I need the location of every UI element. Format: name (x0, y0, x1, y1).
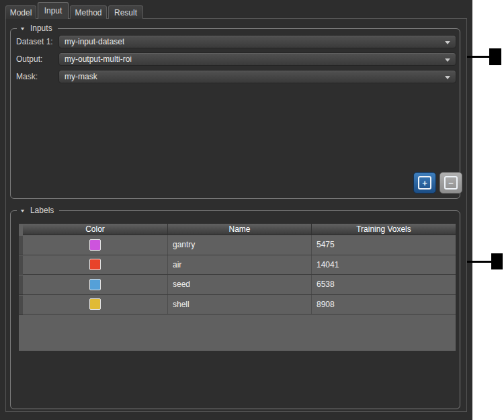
color-cell (23, 235, 168, 255)
tab-method[interactable]: Method (70, 5, 107, 19)
inputs-group-header[interactable]: ▼ Inputs (17, 24, 58, 34)
dataset1-value: my-input-dataset (65, 37, 124, 46)
color-swatch[interactable] (89, 298, 101, 310)
dropdown-arrow-icon (445, 41, 450, 44)
screenshot-canvas: Model Input Method Result ▼ Inputs Datas… (0, 0, 504, 420)
mask-label: Mask: (16, 70, 38, 83)
color-swatch[interactable] (89, 279, 101, 290)
dataset1-combobox[interactable]: my-input-dataset (58, 35, 456, 48)
voxels-cell: 6538 (312, 275, 456, 294)
inputs-groupbox: ▼ Inputs Dataset 1: my-input-dataset Out… (10, 28, 460, 199)
table-row[interactable]: shell 8908 (23, 295, 456, 315)
segmentation-panel: Model Input Method Result ▼ Inputs Datas… (0, 0, 472, 420)
voxels-cell: 14041 (312, 255, 456, 275)
remove-dataset-button[interactable]: − (439, 172, 462, 194)
mask-combobox[interactable]: my-mask (58, 70, 456, 83)
color-swatch[interactable] (89, 259, 101, 270)
callout-marker-2 (491, 253, 503, 269)
name-cell: gantry (168, 235, 312, 255)
boxed-minus-icon: − (444, 176, 458, 190)
tab-input[interactable]: Input (38, 2, 69, 19)
output-value: my-output-multi-roi (65, 54, 132, 64)
boxed-plus-icon: + (418, 176, 431, 190)
name-cell: air (168, 255, 312, 275)
labels-table: Color Name Training Voxels gantry 5475 (19, 224, 456, 351)
tab-result[interactable]: Result (108, 5, 143, 19)
tab-model[interactable]: Model (5, 5, 36, 19)
collapse-triangle-icon[interactable]: ▼ (19, 24, 26, 34)
column-header-name[interactable]: Name (168, 224, 312, 235)
color-cell (23, 275, 168, 294)
tab-result-label: Result (114, 8, 137, 17)
callout-marker-1 (489, 48, 501, 65)
voxels-cell: 5475 (312, 235, 456, 255)
inputs-group-title: Inputs (30, 24, 52, 34)
column-header-training-voxels[interactable]: Training Voxels (312, 224, 456, 235)
output-combobox[interactable]: my-output-multi-roi (58, 52, 456, 66)
table-row[interactable]: air 14041 (23, 255, 456, 276)
name-cell: seed (168, 275, 312, 294)
table-row[interactable]: seed 6538 (23, 275, 456, 295)
column-header-color[interactable]: Color (23, 224, 168, 235)
input-tab-pane: ▼ Inputs Dataset 1: my-input-dataset Out… (5, 18, 467, 412)
color-cell (23, 255, 168, 275)
output-label: Output: (16, 52, 42, 66)
voxels-cell: 8908 (312, 295, 456, 314)
color-cell (23, 295, 168, 314)
dropdown-arrow-icon (445, 58, 450, 62)
name-cell: shell (168, 295, 312, 314)
labels-groupbox: ▼ Labels Color Name Training Voxels (10, 210, 460, 409)
add-dataset-button[interactable]: + (413, 172, 436, 194)
table-row[interactable]: gantry 5475 (23, 235, 456, 255)
callout-line-2 (463, 261, 491, 263)
tab-input-label: Input (44, 6, 62, 15)
tab-model-label: Model (10, 8, 32, 17)
collapse-triangle-icon[interactable]: ▼ (19, 206, 26, 216)
callout-line-1 (464, 56, 489, 58)
labels-group-header[interactable]: ▼ Labels (17, 206, 59, 216)
color-swatch[interactable] (89, 239, 101, 251)
table-header-row: Color Name Training Voxels (23, 224, 456, 235)
mask-value: my-mask (65, 72, 97, 81)
tab-method-label: Method (75, 8, 101, 17)
labels-group-title: Labels (30, 206, 54, 216)
dropdown-arrow-icon (445, 76, 450, 79)
dataset1-label: Dataset 1: (16, 35, 53, 48)
